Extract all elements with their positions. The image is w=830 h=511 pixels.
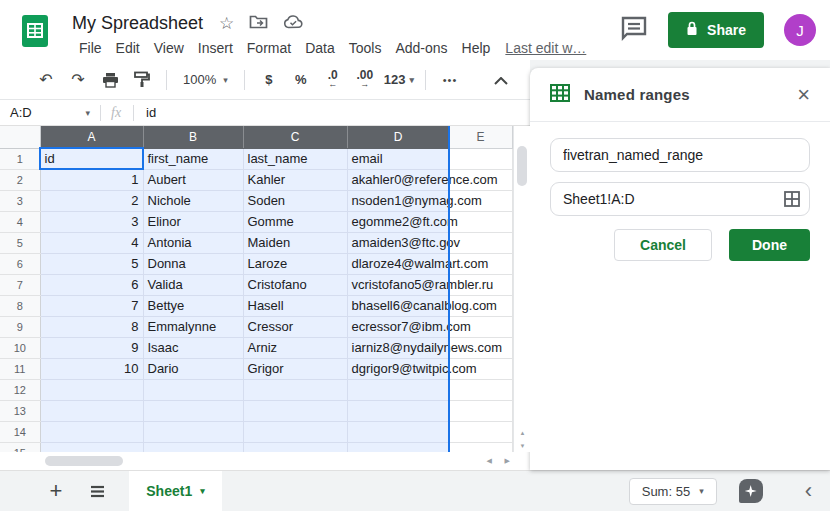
row-header-1[interactable]: 1 — [0, 148, 40, 169]
cell-D12[interactable] — [347, 379, 449, 400]
increase-decimal-button[interactable]: .00 → — [352, 67, 378, 93]
sum-dropdown[interactable]: Sum: 55 ▾ — [629, 478, 717, 505]
cell-A2[interactable]: 1 — [40, 169, 143, 190]
cloud-saved-icon[interactable] — [283, 14, 304, 33]
cell-D8[interactable]: bhasell6@canalblog.com — [347, 295, 449, 316]
cell-D9[interactable]: ecressor7@ibm.com — [347, 316, 449, 337]
row-header-9[interactable]: 9 — [0, 316, 40, 337]
cell-D4[interactable]: egomme2@ft.com — [347, 211, 449, 232]
last-edit-link[interactable]: Last edit w… — [505, 40, 586, 56]
row-header-6[interactable]: 6 — [0, 253, 40, 274]
row-header-14[interactable]: 14 — [0, 421, 40, 442]
menu-format[interactable]: Format — [240, 38, 298, 58]
row-header-5[interactable]: 5 — [0, 232, 40, 253]
cell-D10[interactable]: iarniz8@nydailynews.com — [347, 337, 449, 358]
cell-A12[interactable] — [40, 379, 143, 400]
cell-A13[interactable] — [40, 400, 143, 421]
column-header-C[interactable]: C — [243, 126, 347, 148]
sheets-logo-icon[interactable] — [22, 15, 48, 51]
undo-icon[interactable]: ↶ — [33, 67, 59, 93]
cell-C13[interactable] — [243, 400, 347, 421]
cell-B11[interactable]: Dario — [143, 358, 243, 379]
cell-A8[interactable]: 7 — [40, 295, 143, 316]
row-header-3[interactable]: 3 — [0, 190, 40, 211]
scroll-down-icon[interactable]: ▼ — [514, 443, 530, 449]
avatar[interactable]: J — [784, 14, 816, 46]
cell-C14[interactable] — [243, 421, 347, 442]
cell-A4[interactable]: 3 — [40, 211, 143, 232]
row-header-11[interactable]: 11 — [0, 358, 40, 379]
all-sheets-button[interactable] — [90, 485, 105, 498]
cell-B15[interactable] — [143, 442, 243, 452]
menu-view[interactable]: View — [147, 38, 191, 58]
column-header-E[interactable]: E — [449, 126, 512, 148]
row-header-2[interactable]: 2 — [0, 169, 40, 190]
cell-B12[interactable] — [143, 379, 243, 400]
row-header-8[interactable]: 8 — [0, 295, 40, 316]
redo-icon[interactable]: ↷ — [65, 67, 91, 93]
cell-E12[interactable] — [449, 379, 512, 400]
cell-B2[interactable]: Aubert — [143, 169, 243, 190]
name-box[interactable]: A:D ▾ — [0, 105, 100, 120]
cell-C8[interactable]: Hasell — [243, 295, 347, 316]
menu-addons[interactable]: Add-ons — [388, 38, 454, 58]
close-icon[interactable]: × — [797, 84, 810, 106]
cell-E4[interactable] — [449, 211, 512, 232]
row-header-15[interactable]: 15 — [0, 442, 40, 452]
cell-B8[interactable]: Bettye — [143, 295, 243, 316]
hide-menus-icon[interactable] — [494, 71, 508, 89]
column-header-A[interactable]: A — [40, 126, 143, 148]
menu-file[interactable]: File — [72, 38, 109, 58]
move-folder-icon[interactable] — [249, 14, 268, 33]
select-all-corner[interactable] — [0, 126, 40, 148]
cell-B14[interactable] — [143, 421, 243, 442]
cell-B1[interactable]: first_name — [143, 148, 243, 169]
cell-A14[interactable] — [40, 421, 143, 442]
cell-C9[interactable]: Cressor — [243, 316, 347, 337]
menu-tools[interactable]: Tools — [342, 38, 389, 58]
cell-C4[interactable]: Gomme — [243, 211, 347, 232]
formula-input[interactable]: id — [146, 105, 156, 120]
row-header-13[interactable]: 13 — [0, 400, 40, 421]
range-reference-input[interactable] — [550, 182, 810, 216]
comment-history-icon[interactable] — [620, 15, 648, 46]
add-sheet-button[interactable]: + — [44, 480, 68, 502]
cell-B7[interactable]: Valida — [143, 274, 243, 295]
cell-A5[interactable]: 4 — [40, 232, 143, 253]
scroll-up-icon[interactable]: ▲ — [514, 430, 530, 436]
cell-D11[interactable]: dgrigor9@twitpic.com — [347, 358, 449, 379]
menu-help[interactable]: Help — [455, 38, 498, 58]
cell-C3[interactable]: Soden — [243, 190, 347, 211]
share-button[interactable]: Share — [668, 12, 764, 48]
cell-D13[interactable] — [347, 400, 449, 421]
sheet-tab-sheet1[interactable]: Sheet1 ▾ — [129, 471, 222, 511]
menu-insert[interactable]: Insert — [191, 38, 240, 58]
more-options-icon[interactable]: ••• — [437, 67, 463, 93]
cell-C12[interactable] — [243, 379, 347, 400]
cell-C10[interactable]: Arniz — [243, 337, 347, 358]
cell-A15[interactable] — [40, 442, 143, 452]
range-name-input[interactable] — [550, 138, 810, 172]
cell-C5[interactable]: Maiden — [243, 232, 347, 253]
vertical-scrollbar-thumb[interactable] — [517, 146, 527, 186]
cell-D5[interactable]: amaiden3@ftc.gov — [347, 232, 449, 253]
done-button[interactable]: Done — [729, 229, 810, 261]
paint-format-icon[interactable] — [129, 67, 155, 93]
row-header-10[interactable]: 10 — [0, 337, 40, 358]
cell-C15[interactable] — [243, 442, 347, 452]
cell-B5[interactable]: Antonia — [143, 232, 243, 253]
menu-data[interactable]: Data — [298, 38, 342, 58]
currency-format-button[interactable]: $ — [256, 67, 282, 93]
cell-D15[interactable] — [347, 442, 449, 452]
scroll-left-icon[interactable]: ◀ — [487, 457, 492, 465]
cell-A11[interactable]: 10 — [40, 358, 143, 379]
cell-E13[interactable] — [449, 400, 512, 421]
cell-D2[interactable]: akahler0@reference.com — [347, 169, 449, 190]
number-format-button[interactable]: 123 ▾ — [384, 67, 414, 93]
cell-C11[interactable]: Grigor — [243, 358, 347, 379]
collapse-chevron-icon[interactable]: ‹ — [805, 480, 812, 502]
cell-C1[interactable]: last_name — [243, 148, 347, 169]
cell-B4[interactable]: Elinor — [143, 211, 243, 232]
cell-B10[interactable]: Isaac — [143, 337, 243, 358]
cell-B6[interactable]: Donna — [143, 253, 243, 274]
